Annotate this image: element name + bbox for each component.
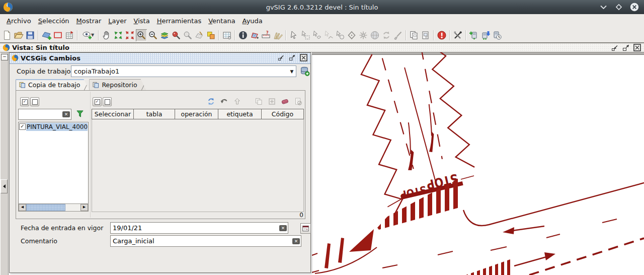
minimize-view-icon[interactable] [611,44,618,53]
new-layout-button[interactable] [52,29,63,41]
clear-search-icon[interactable]: ✕ [62,111,70,117]
change-report-button[interactable] [294,97,302,107]
center-view-button[interactable] [346,29,357,41]
preferences-button[interactable] [452,29,463,41]
copy-changes-button[interactable] [255,97,263,107]
select-by-lasso-button[interactable] [311,29,323,41]
splitter-expand-button[interactable] [1,179,8,193]
map-canvas[interactable]: STOP STOP [312,52,644,275]
layer-search-field[interactable]: ✕ [18,109,71,120]
pan-button[interactable] [101,29,112,41]
column-header-operacion[interactable]: operación [175,109,218,119]
restore-view-icon[interactable] [622,44,629,53]
menu-seleccion[interactable]: Selección [35,17,73,25]
dialog-titlebar[interactable]: VCSGis Cambios [10,53,310,64]
tab-repositorio[interactable]: Repositorio [89,79,146,90]
comment-field[interactable]: ✕ [110,235,301,247]
attribute-table-button[interactable] [221,29,232,41]
vcsgis-download-button[interactable] [480,29,491,41]
column-header-seleccionar[interactable]: Seleccionar [92,109,134,119]
dock-dialog-icon[interactable] [278,54,284,62]
vcsgis-init-button[interactable] [468,29,479,41]
layers-button[interactable] [159,29,170,41]
undo-changes-button[interactable] [220,97,228,107]
layer-visibility-button[interactable]: ▼ [80,29,96,41]
zoom-out-button[interactable] [147,29,158,41]
chevron-down-icon[interactable]: ▼ [288,69,296,74]
tab-copia-de-trabajo[interactable]: Copia de trabajo [16,79,89,90]
measure-area-button[interactable] [194,29,205,41]
add-working-copy-button[interactable] [299,65,310,77]
zoom-in-button[interactable] [136,29,147,41]
zoom-full-extent-button[interactable] [124,29,135,41]
duplicate-view-button[interactable] [205,29,216,41]
maximize-icon[interactable] [614,3,623,12]
menu-layer[interactable]: Layer [105,17,130,25]
layer-checkbox[interactable]: ✓ [19,123,26,130]
scroll-left-icon[interactable]: ◀ [19,204,26,211]
close-icon[interactable] [630,3,639,12]
layer-list-hscrollbar[interactable]: ◀ ▶ [18,203,89,212]
web-map-button[interactable] [369,29,380,41]
center-on-change-button[interactable] [268,97,276,107]
clear-cache-button[interactable] [392,29,404,41]
menu-archivo[interactable]: Archivo [3,17,35,25]
new-document-button[interactable] [2,29,13,41]
list-item[interactable]: ✓ PINTURA_VIAL_4000 [19,122,88,131]
check-all-changes-button[interactable]: ✓ [93,97,102,106]
select-by-line-button[interactable] [323,29,334,41]
select-by-circle-button[interactable] [335,29,346,41]
refresh-view-button[interactable] [381,29,392,41]
close-dialog-icon[interactable] [300,54,307,63]
column-header-codigo[interactable]: Código [262,109,304,119]
column-header-etiqueta[interactable]: etiqueta [218,109,262,119]
locate-button[interactable] [171,29,182,41]
column-header-tabla[interactable]: tabla [134,109,175,119]
snapping-button[interactable] [358,29,369,41]
calendar-button[interactable] [300,223,311,234]
working-copy-combobox[interactable]: copiaTrabajo1 ▼ [71,65,296,77]
close-view-icon[interactable] [633,44,641,53]
uncheck-all-layers-button[interactable] [30,97,39,106]
vista-window-titlebar[interactable]: Vista: Sin título [0,43,644,52]
chevron-down-icon[interactable]: ▼ [91,33,94,37]
clear-date-icon[interactable]: ✕ [279,225,287,231]
add-view-button[interactable] [41,29,52,41]
date-input[interactable] [111,224,279,232]
scrollbar-thumb[interactable] [26,204,65,211]
copy-document-button[interactable] [409,29,420,41]
menu-mostrar[interactable]: Mostrar [73,17,105,25]
polygon-tool-button[interactable] [249,29,260,41]
menu-ayuda[interactable]: Ayuda [239,17,266,25]
menu-herramientas[interactable]: Herramientas [153,17,205,25]
error-console-button[interactable] [436,29,447,41]
refresh-changes-button[interactable] [207,97,215,107]
paste-document-button[interactable] [420,29,431,41]
tree-collapse-toggle[interactable]: − [1,54,8,60]
select-by-rectangle-button[interactable] [300,29,311,41]
save-project-button[interactable] [25,29,36,41]
vcsgis-synchronize-button[interactable] [492,29,503,41]
changes-table-body[interactable] [92,119,304,212]
open-project-button[interactable] [13,29,24,41]
select-button[interactable] [288,29,299,41]
measure-angle-button[interactable] [272,29,283,41]
menu-ventana[interactable]: Ventana [205,17,238,25]
uncheck-all-changes-button[interactable] [103,97,112,106]
menu-vista[interactable]: Vista [130,17,153,25]
zoom-previous-button[interactable] [182,29,193,41]
project-manager-button[interactable] [64,29,75,41]
detach-dialog-icon[interactable] [289,54,295,62]
scroll-right-icon[interactable]: ▶ [80,204,88,211]
date-field[interactable]: ✕ [110,222,288,234]
info-by-point-button[interactable] [237,29,249,41]
layer-search-input[interactable] [19,111,62,118]
check-all-layers-button[interactable]: ✓ [20,97,29,106]
layer-list[interactable]: ✓ PINTURA_VIAL_4000 [18,122,89,204]
clear-comment-icon[interactable]: ✕ [292,238,300,244]
zoom-to-selection-button[interactable] [113,29,124,41]
filter-button[interactable] [75,108,85,119]
discard-changes-button[interactable] [281,97,289,107]
comment-input[interactable] [111,237,292,245]
commit-changes-button[interactable] [233,97,242,107]
